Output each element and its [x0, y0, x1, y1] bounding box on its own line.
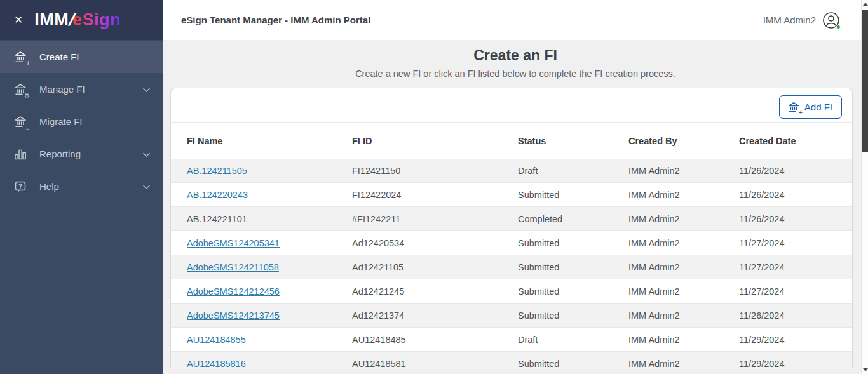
bank-gear-icon: ⚙	[13, 82, 28, 97]
created-date-cell: 11/27/2024	[739, 286, 852, 297]
sidebar-nav: + Create FI ⚙ Manage FI	[0, 40, 163, 203]
status-cell: Submitted	[518, 238, 628, 248]
add-fi-button[interactable]: + Add FI	[779, 95, 842, 119]
column-header-created-by: Created By	[628, 136, 739, 146]
column-header-status: Status	[518, 136, 628, 146]
sidebar-item-manage-fi[interactable]: ⚙ Manage FI	[0, 73, 163, 105]
table-row: AdobeSMS124211058 Ad12421105 Submitted I…	[171, 255, 852, 279]
sidebar-item-label: Create FI	[39, 51, 150, 62]
fi-name-link[interactable]: AU124185816	[187, 359, 246, 368]
chevron-down-icon	[143, 149, 150, 159]
sidebar-item-help[interactable]: ? Help	[0, 170, 163, 203]
created-by-cell: IMM Admin2	[628, 238, 739, 248]
fi-name-text: AB.124221101	[187, 214, 247, 224]
status-cell: Submitted	[518, 359, 628, 368]
chevron-down-icon	[143, 181, 150, 192]
fi-id-cell: AU12418485	[352, 335, 518, 345]
arrow-badge-icon: →	[23, 125, 31, 131]
table-row: AdobeSMS124205341 Ad12420534 Submitted I…	[171, 231, 852, 255]
status-cell: Submitted	[518, 286, 628, 297]
created-date-cell: 11/29/2024	[739, 335, 852, 345]
column-header-fi-id: FI ID	[352, 136, 518, 146]
fi-name-link[interactable]: AdobeSMS124213745	[187, 311, 280, 321]
add-fi-button-label: Add FI	[804, 102, 832, 112]
fi-id-cell: Ad12420534	[352, 238, 518, 248]
fi-name-link[interactable]: AU124184855	[187, 335, 246, 345]
page-subtitle: Create a new FI or click an FI listed be…	[163, 69, 868, 79]
created-by-cell: IMM Admin2	[628, 190, 739, 200]
status-cell: Submitted	[518, 262, 628, 272]
sidebar-item-label: Help	[39, 181, 143, 192]
sidebar-item-migrate-fi[interactable]: → Migrate FI	[0, 105, 163, 138]
bank-plus-icon: +	[13, 50, 28, 65]
created-date-cell: 11/27/2024	[739, 262, 852, 272]
created-by-cell: IMM Admin2	[628, 214, 739, 224]
status-cell: Draft	[518, 335, 628, 345]
fi-name-link[interactable]: AB.124211505	[187, 166, 247, 176]
fi-id-cell: #FI1242211	[352, 214, 518, 224]
created-date-cell: 11/29/2024	[739, 359, 852, 368]
gear-badge-icon: ⚙	[24, 93, 31, 99]
fi-name-link[interactable]: AB.124220243	[187, 190, 248, 200]
sidebar-item-reporting[interactable]: Reporting	[0, 138, 163, 170]
created-by-cell: IMM Admin2	[628, 262, 739, 272]
created-by-cell: IMM Admin2	[628, 359, 739, 368]
app-window: ✕ IMM/eSign + Create FI	[0, 0, 868, 374]
online-status-dot	[836, 25, 841, 29]
sidebar-item-label: Manage FI	[39, 84, 143, 95]
status-cell: Completed	[518, 214, 628, 224]
created-date-cell: 11/27/2024	[739, 238, 852, 248]
column-header-created-date: Created Date	[739, 136, 852, 146]
fi-id-cell: FI12422024	[352, 190, 518, 200]
chevron-down-icon	[143, 84, 150, 95]
created-by-cell: IMM Admin2	[628, 335, 739, 345]
close-menu-icon[interactable]: ✕	[11, 13, 25, 27]
user-name: IMM Admin2	[763, 15, 816, 25]
created-by-cell: IMM Admin2	[628, 166, 739, 176]
page-content: Create an FI Create a new FI or click an…	[163, 40, 868, 374]
table-row: AB.124221101 #FI1242211 Completed IMM Ad…	[171, 207, 852, 231]
logo-bar: ✕ IMM/eSign	[0, 0, 163, 40]
sidebar-item-label: Migrate FI	[39, 116, 150, 127]
scrollbar-thumb[interactable]	[862, 10, 868, 152]
user-menu[interactable]: IMM Admin2	[763, 11, 840, 29]
card-toolbar: + Add FI	[171, 88, 852, 123]
fi-id-cell: FI12421150	[352, 166, 518, 176]
fi-id-cell: AU12418581	[352, 359, 518, 368]
fi-name-link[interactable]: AdobeSMS124212456	[187, 286, 280, 297]
svg-text:?: ?	[18, 182, 22, 189]
scrollbar-up-arrow-icon[interactable]	[863, 3, 868, 6]
table-row: AdobeSMS124212456 Ad12421245 Submitted I…	[171, 279, 852, 304]
fi-id-cell: Ad12421374	[352, 311, 518, 321]
plus-badge-icon: +	[25, 60, 31, 67]
fi-name-link[interactable]: AdobeSMS124211058	[187, 262, 279, 272]
table-row: AB.124211505 FI12421150 Draft IMM Admin2…	[171, 159, 852, 183]
sidebar-item-create-fi[interactable]: + Create FI	[0, 41, 163, 73]
page-scrollbar[interactable]	[861, 0, 868, 374]
table-row: AdobeSMS124213745 Ad12421374 Submitted I…	[171, 304, 852, 328]
created-date-cell: 11/26/2024	[739, 166, 852, 176]
imm-esign-logo: IMM/eSign	[34, 10, 121, 30]
fi-id-cell: Ad12421105	[352, 262, 518, 272]
created-by-cell: IMM Admin2	[628, 286, 739, 297]
column-header-fi-name: FI Name	[187, 136, 352, 146]
bank-plus-icon: +	[787, 100, 801, 114]
created-date-cell: 11/26/2024	[739, 214, 852, 224]
fi-list-card: + Add FI FI Name FI ID Status Created By…	[170, 88, 853, 368]
page-title: Create an FI	[163, 47, 868, 64]
sidebar: ✕ IMM/eSign + Create FI	[0, 0, 163, 374]
logo-imm: IMM	[34, 10, 69, 30]
scrollbar-down-arrow-icon[interactable]	[863, 368, 868, 371]
help-bubble-icon: ?	[13, 179, 28, 194]
bar-chart-icon	[13, 147, 28, 162]
status-cell: Submitted	[518, 311, 628, 321]
logo-esign: eSign	[72, 10, 121, 30]
table-header-row: FI Name FI ID Status Created By Created …	[171, 123, 852, 159]
plus-badge-icon: +	[798, 110, 803, 116]
fi-id-cell: Ad12421245	[352, 286, 518, 297]
main-column: eSign Tenant Manager - IMM Admin Portal …	[163, 0, 868, 374]
created-by-cell: IMM Admin2	[628, 311, 739, 321]
bank-arrow-icon: →	[13, 114, 28, 130]
fi-name-link[interactable]: AdobeSMS124205341	[187, 238, 280, 248]
user-avatar-icon[interactable]	[822, 11, 840, 29]
